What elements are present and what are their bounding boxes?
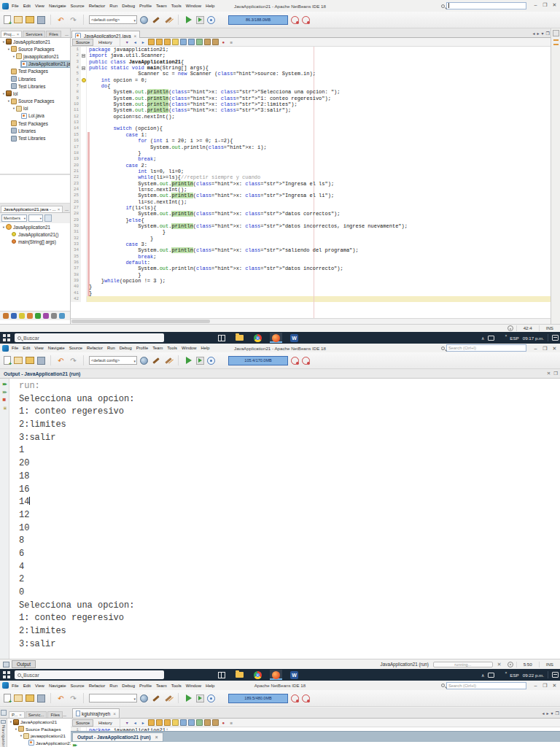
start-button-icon[interactable] <box>1 333 12 343</box>
redo-icon[interactable] <box>69 356 78 365</box>
show-non-public-members-icon[interactable] <box>43 313 49 319</box>
menu-run[interactable]: Run <box>109 4 117 8</box>
close-icon[interactable] <box>112 711 116 716</box>
clock[interactable]: 09:22 p.m. <box>523 673 544 678</box>
fold-collapse-icon[interactable] <box>82 66 85 70</box>
git-pull-icon[interactable] <box>291 694 299 703</box>
menu-window[interactable]: Window <box>182 346 197 350</box>
taskbar-search[interactable]: Buscar <box>15 670 164 679</box>
scrollbar-thumb[interactable] <box>71 320 210 323</box>
panel-tab-files[interactable]: Files <box>47 711 63 718</box>
menu-run[interactable]: Run <box>107 346 115 350</box>
browser-icon[interactable] <box>272 671 280 679</box>
new-project-icon[interactable] <box>14 16 23 23</box>
previous-bookmark-icon[interactable] <box>180 39 187 45</box>
output-statusbar-tab[interactable]: Output <box>12 660 36 668</box>
code-editor[interactable]: 1package javaapplication21;2import java.… <box>71 47 551 318</box>
save-all-icon[interactable] <box>37 694 45 703</box>
minimize-button[interactable] <box>531 344 540 352</box>
close-button[interactable] <box>550 681 559 690</box>
memory-gauge-icon[interactable]: 189.5/480.0MB <box>228 694 288 703</box>
code-line[interactable]: 3public class JavaApplication21{ <box>71 59 551 65</box>
git-push-icon[interactable] <box>302 694 310 703</box>
clock[interactable]: 09:17 p.m. <box>523 336 544 341</box>
previous-bookmark-icon[interactable] <box>180 719 187 726</box>
menu-tools[interactable]: Tools <box>167 346 177 350</box>
menu-source[interactable]: Source <box>69 346 82 350</box>
tab-list-icon[interactable]: ▾ <box>542 31 544 36</box>
config-select[interactable]: <default config> <box>89 15 137 24</box>
code-line[interactable]: 23 System.out.println(class="hint">x: cl… <box>71 181 551 187</box>
show-constructors-icon[interactable] <box>19 313 25 319</box>
next-bookmark-icon[interactable] <box>188 39 195 45</box>
chrome-icon[interactable] <box>254 334 262 342</box>
forward-icon[interactable]: ▸ <box>140 39 147 45</box>
menu-file[interactable]: File <box>12 684 19 688</box>
horizontal-scrollbar[interactable] <box>71 318 551 324</box>
taskbar-app-slot[interactable] <box>233 333 246 343</box>
git-pull-icon[interactable] <box>291 357 299 365</box>
maximize-editor-icon[interactable]: ❐ <box>546 31 550 36</box>
tree-item[interactable]: JavaApplication21.java <box>0 61 70 68</box>
notifications-icon[interactable] <box>508 325 513 331</box>
start-macro-recording-icon[interactable]: ● <box>220 719 227 726</box>
menu-edit[interactable]: Edit <box>23 684 31 688</box>
menu-view[interactable]: View <box>35 684 44 688</box>
code-line[interactable]: 2import java.util.Scanner; <box>71 53 551 58</box>
code-line[interactable]: 14 switch (opcion){ <box>71 125 551 131</box>
volume-muted-icon[interactable] <box>498 672 506 678</box>
output-console[interactable]: run:Selecciona una opcion:1: conteo rege… <box>19 380 557 659</box>
search-input[interactable]: Search (Ctrl+I) <box>446 682 526 689</box>
build-project-icon[interactable] <box>151 694 160 703</box>
last-edit-position-icon[interactable]: ▾ <box>124 39 131 45</box>
shift-line-right-icon[interactable] <box>212 719 219 726</box>
taskbar-app-slot[interactable] <box>288 333 300 343</box>
show-static-members-icon[interactable] <box>35 313 41 319</box>
code-line[interactable]: 21 int ls=0, li=0; <box>71 169 551 174</box>
tree-item[interactable]: Source Packages <box>7 726 71 733</box>
menu-refactor[interactable]: Refactor <box>87 346 103 350</box>
menu-help[interactable]: Help <box>206 684 214 688</box>
redo-icon[interactable] <box>69 694 78 703</box>
task-view-icon[interactable] <box>218 335 225 341</box>
taskbar-app-slot[interactable] <box>233 670 246 680</box>
last-edit-position-icon[interactable]: ▾ <box>124 719 131 726</box>
git-push-icon[interactable] <box>302 357 310 365</box>
menu-file[interactable]: File <box>12 4 19 8</box>
stop-build-icon[interactable]: ■ <box>3 398 7 402</box>
code-line[interactable]: 28 System.out.println(class="hint">x: cl… <box>71 211 551 217</box>
scroll-left-icon[interactable]: ◂ <box>533 31 535 36</box>
tray-expand-icon[interactable] <box>481 673 484 678</box>
code-line[interactable]: 1package javaapplication21; <box>71 47 551 53</box>
maximize-button[interactable] <box>540 681 550 690</box>
memory-gauge-icon[interactable]: 105.4/170.0MB <box>228 356 288 365</box>
display-icon[interactable] <box>488 673 494 678</box>
close-button[interactable] <box>550 344 559 352</box>
tree-item[interactable]: JavaApplication21 <box>0 38 70 45</box>
menu-source[interactable]: Source <box>71 4 85 8</box>
tree-item[interactable]: lol <box>0 105 70 112</box>
rerun-icon[interactable]: ▶▶ <box>73 743 77 747</box>
start-macro-recording-icon[interactable]: ● <box>220 39 227 45</box>
config-select[interactable] <box>89 694 137 703</box>
scroll-right-icon[interactable]: ▸ <box>537 31 540 36</box>
search-input[interactable]: Search (Ctrl+I) <box>446 344 526 352</box>
find-selection-icon[interactable] <box>148 719 155 726</box>
menu-profile[interactable]: Profile <box>139 684 152 688</box>
minimize-panel-icon[interactable] <box>63 713 66 718</box>
taskbar-app-slot[interactable] <box>216 670 228 680</box>
tree-item[interactable]: lol <box>0 90 70 97</box>
notifications-icon[interactable] <box>508 662 513 667</box>
code-line[interactable]: 8 System.out.println(class="hint">x: cla… <box>71 89 551 95</box>
history-view-button[interactable]: History <box>95 39 116 46</box>
find-next-occurrence-icon[interactable] <box>156 39 163 45</box>
debug-project-icon[interactable] <box>196 16 204 24</box>
taskbar-app-slot[interactable] <box>270 670 282 680</box>
code-line[interactable]: 5 Scanner sc = new Scanner (class="hint"… <box>71 71 551 77</box>
build-project-icon[interactable] <box>151 356 160 365</box>
clean-build-icon[interactable] <box>163 356 173 365</box>
new-file-icon[interactable] <box>4 15 11 24</box>
tree-item[interactable]: JavaApplication21.java <box>7 740 71 747</box>
memory-gauge-icon[interactable]: 86.3/188.0MB <box>228 15 288 25</box>
git-pull-icon[interactable] <box>291 16 299 24</box>
